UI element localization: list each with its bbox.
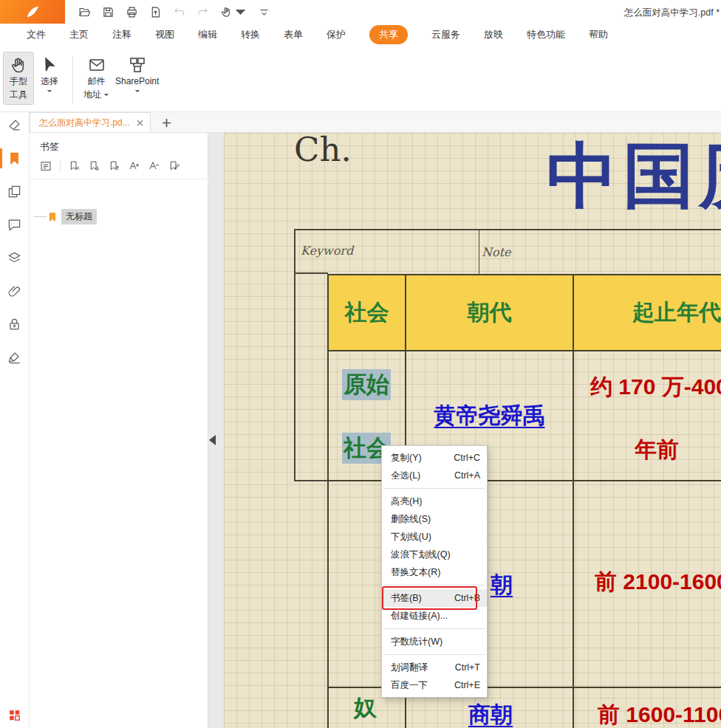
menu-file[interactable]: 文件 bbox=[27, 28, 46, 41]
menu-help[interactable]: 帮助 bbox=[589, 28, 608, 41]
context-menu-item-bookmark[interactable]: 书签(B) Ctrl+B bbox=[382, 589, 487, 607]
tree-guide-line bbox=[34, 216, 47, 217]
bookmarks-panel-title: 书签 bbox=[40, 140, 208, 154]
redo-icon[interactable] bbox=[197, 6, 209, 18]
signature-icon[interactable] bbox=[0, 351, 30, 365]
society-text: 奴 bbox=[354, 693, 377, 724]
menu-cloud[interactable]: 云服务 bbox=[431, 28, 460, 41]
panel-collapse-arrow-icon[interactable] bbox=[209, 430, 219, 450]
context-menu-item-create-link[interactable]: 创建链接(A)... bbox=[382, 607, 487, 625]
menu-home[interactable]: 主页 bbox=[69, 28, 89, 41]
rule-line bbox=[294, 480, 328, 481]
hand-tool-button[interactable]: 手型 工具 bbox=[3, 52, 34, 105]
menu-separator bbox=[383, 585, 485, 586]
context-menu-item-select-all[interactable]: 全选(L) Ctrl+A bbox=[382, 467, 487, 484]
rename-bookmark-icon[interactable] bbox=[168, 160, 180, 172]
pdf-editor-window: 怎么面对高中学习.pdf * 文件 主页 注释 视图 编辑 转换 表单 保护 共… bbox=[0, 0, 721, 728]
delete-bookmark-icon[interactable] bbox=[69, 160, 81, 172]
dynasty-link[interactable]: 商朝 bbox=[468, 700, 513, 728]
context-menu-item-underline[interactable]: 下划线(U) bbox=[382, 528, 487, 546]
window-document-title: 怎么面对高中学习.pdf * bbox=[624, 7, 720, 19]
menubar: 文件 主页 注释 视图 编辑 转换 表单 保护 共享 云服务 放映 特色功能 帮… bbox=[0, 24, 721, 46]
security-lock-icon[interactable] bbox=[0, 317, 30, 332]
page-big-title: 中国历 bbox=[547, 140, 721, 211]
app-logo[interactable] bbox=[0, 0, 65, 24]
new-tab-button[interactable] bbox=[162, 118, 171, 128]
context-menu-item-replace-text[interactable]: 替换文本(R) bbox=[382, 563, 487, 581]
context-menu-item-baidu-search[interactable]: 百度一下 Ctrl+E bbox=[382, 676, 487, 694]
selected-text: 原始 bbox=[342, 369, 391, 400]
content-area: 书签 无标题 bbox=[30, 133, 721, 728]
text-larger-icon[interactable] bbox=[129, 160, 140, 172]
menu-convert[interactable]: 转换 bbox=[241, 28, 260, 41]
bookmark-icon bbox=[47, 212, 58, 222]
menu-form[interactable]: 表单 bbox=[284, 28, 303, 41]
rule-line bbox=[294, 272, 328, 274]
menu-separator bbox=[383, 654, 485, 655]
period-text: 约 170 万-4000 bbox=[590, 372, 721, 402]
attachments-icon[interactable] bbox=[0, 284, 30, 298]
menu-edit[interactable]: 编辑 bbox=[198, 28, 217, 41]
hand-icon bbox=[10, 56, 27, 74]
rule-line bbox=[294, 229, 721, 230]
table-cell-period-1: 约 170 万-4000 年前 bbox=[574, 351, 721, 481]
menu-view[interactable]: 视图 bbox=[155, 28, 174, 41]
export-icon[interactable] bbox=[149, 6, 162, 18]
context-menu-item-translate[interactable]: 划词翻译 Ctrl+T bbox=[382, 659, 487, 676]
sharepoint-button[interactable]: SharePoint bbox=[112, 52, 162, 97]
toolbar-separator bbox=[60, 161, 61, 171]
cursor-icon bbox=[41, 56, 58, 74]
add-child-bookmark-icon[interactable] bbox=[109, 160, 120, 172]
bookmark-item[interactable]: 无标题 bbox=[34, 209, 208, 224]
document-tab[interactable]: 怎么面对高中学习.pd... bbox=[30, 112, 151, 132]
document-viewer: Ch. 中国历 Keyword Note 社会 朝代 起止年 bbox=[208, 133, 721, 728]
chapter-prefix-text: Ch. bbox=[294, 133, 352, 169]
context-menu-item-strikethrough[interactable]: 删除线(S) bbox=[382, 510, 487, 528]
menu-protect[interactable]: 保护 bbox=[327, 28, 346, 41]
layers-icon[interactable] bbox=[0, 251, 30, 265]
select-tool-button[interactable]: 选择 bbox=[34, 52, 65, 97]
tab-close-icon[interactable] bbox=[137, 116, 143, 129]
bookmarks-panel-icon[interactable] bbox=[0, 151, 30, 165]
save-icon[interactable] bbox=[102, 6, 115, 18]
add-bookmark-icon[interactable] bbox=[89, 160, 100, 172]
bookmarks-panel: 书签 无标题 bbox=[30, 133, 208, 728]
rule-line bbox=[479, 229, 479, 274]
customize-toolbar-icon[interactable] bbox=[258, 6, 270, 18]
print-icon[interactable] bbox=[126, 6, 138, 18]
eraser-icon[interactable] bbox=[0, 118, 30, 132]
menu-separator bbox=[383, 488, 485, 489]
workspace: 怎么面对高中学习.pd... 书签 bbox=[0, 112, 721, 728]
menu-share[interactable]: 共享 bbox=[369, 25, 408, 44]
text-smaller-icon[interactable] bbox=[148, 160, 160, 172]
comments-icon[interactable] bbox=[0, 218, 30, 232]
menu-slideshow[interactable]: 放映 bbox=[484, 28, 503, 41]
chevron-down-icon bbox=[47, 89, 52, 93]
dynasty-link[interactable]: 朝 bbox=[491, 570, 513, 600]
table-cell-period-3: 前 1600-1100 bbox=[574, 688, 721, 728]
quick-tools-icon[interactable] bbox=[220, 6, 247, 18]
context-menu-item-squiggly-underline[interactable]: 波浪下划线(Q) bbox=[382, 546, 487, 563]
bookmark-list-icon[interactable] bbox=[40, 160, 52, 172]
apps-grid-icon[interactable] bbox=[0, 708, 30, 722]
mail-address-button[interactable]: 邮件 地址 bbox=[81, 52, 112, 105]
period-text: 年前 bbox=[635, 435, 679, 465]
dynasty-link[interactable]: 黄帝尧舜禹 bbox=[434, 401, 545, 431]
context-menu-item-word-count[interactable]: 字数统计(W) bbox=[382, 633, 487, 650]
context-menu: 复制(Y) Ctrl+C 全选(L) Ctrl+A 高亮(H) bbox=[381, 445, 488, 698]
menu-features[interactable]: 特色功能 bbox=[527, 28, 565, 41]
undo-icon[interactable] bbox=[173, 6, 185, 18]
menu-comment[interactable]: 注释 bbox=[112, 28, 131, 41]
quick-access-toolbar bbox=[78, 6, 270, 18]
context-menu-item-highlight[interactable]: 高亮(H) bbox=[382, 492, 487, 510]
open-file-icon[interactable] bbox=[78, 6, 91, 18]
document-tabbar: 怎么面对高中学习.pd... bbox=[30, 112, 721, 133]
menu-separator bbox=[383, 628, 485, 629]
chevron-down-icon bbox=[134, 89, 140, 93]
titlebar: 怎么面对高中学习.pdf * bbox=[0, 0, 721, 24]
period-text: 前 2100-1600 bbox=[595, 567, 721, 597]
table-cell-period-2: 前 2100-1600 bbox=[574, 481, 721, 688]
pages-icon[interactable] bbox=[0, 185, 30, 199]
context-menu-item-copy[interactable]: 复制(Y) Ctrl+C bbox=[382, 449, 487, 467]
period-text: 前 1600-1100 bbox=[598, 700, 721, 728]
